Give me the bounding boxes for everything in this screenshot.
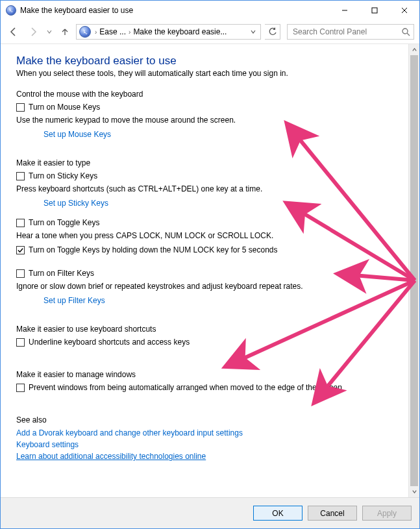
checkbox-icon[interactable] bbox=[16, 219, 25, 227]
scroll-thumb[interactable] bbox=[410, 55, 418, 486]
apply-button[interactable]: Apply bbox=[362, 506, 412, 521]
breadcrumb-item[interactable]: Ease ... bbox=[99, 27, 126, 36]
scroll-down-button[interactable] bbox=[409, 486, 419, 497]
checkbox-icon[interactable] bbox=[16, 246, 25, 254]
cancel-button[interactable]: Cancel bbox=[308, 506, 357, 521]
checkbox-icon[interactable] bbox=[16, 172, 25, 180]
checkbox-underline-shortcuts[interactable]: Underline keyboard shortcuts and access … bbox=[16, 338, 393, 347]
breadcrumb-separator: › bbox=[92, 29, 99, 36]
link-accessibility-online[interactable]: Learn about additional accessibility tec… bbox=[16, 452, 393, 461]
link-setup-sticky-keys[interactable]: Set up Sticky Keys bbox=[43, 199, 393, 208]
address-dropdown-button[interactable] bbox=[247, 29, 259, 35]
checkbox-icon[interactable] bbox=[16, 338, 25, 347]
checkbox-label: Turn on Filter Keys bbox=[29, 269, 94, 278]
breadcrumb-item[interactable]: Make the keyboard easie... bbox=[133, 27, 247, 36]
ease-of-access-icon bbox=[6, 5, 16, 16]
checkbox-icon[interactable] bbox=[16, 269, 25, 278]
titlebar: Make the keyboard easier to use bbox=[1, 1, 419, 20]
checkbox-filter-keys[interactable]: Turn on Filter Keys bbox=[16, 269, 393, 278]
checkbox-label: Turn on Sticky Keys bbox=[29, 171, 97, 180]
group-title-type: Make it easier to type bbox=[16, 158, 393, 167]
address-bar[interactable]: › Ease ... › Make the keyboard easie... bbox=[76, 24, 261, 40]
checkbox-toggle-keys-numlock[interactable]: Turn on Toggle Keys by holding down the … bbox=[16, 245, 393, 254]
scroll-up-button[interactable] bbox=[409, 44, 419, 55]
ok-button[interactable]: OK bbox=[253, 506, 303, 521]
sticky-keys-description: Press keyboard shortcuts (such as CTRL+A… bbox=[16, 184, 393, 193]
content-area: Make the keyboard easier to use When you… bbox=[1, 44, 408, 497]
search-icon[interactable] bbox=[401, 28, 411, 36]
link-setup-mouse-keys[interactable]: Set up Mouse Keys bbox=[43, 130, 393, 139]
forward-button[interactable] bbox=[25, 24, 41, 40]
checkbox-sticky-keys[interactable]: Turn on Sticky Keys bbox=[16, 171, 393, 180]
checkbox-prevent-window-arrange[interactable]: Prevent windows from being automatically… bbox=[16, 383, 393, 392]
breadcrumb-separator: › bbox=[126, 29, 133, 36]
svg-point-2 bbox=[83, 30, 84, 31]
checkbox-label: Underline keyboard shortcuts and access … bbox=[29, 338, 190, 347]
close-button[interactable] bbox=[389, 1, 419, 20]
filter-keys-description: Ignore or slow down brief or repeated ke… bbox=[16, 282, 393, 291]
mouse-keys-description: Use the numeric keypad to move the mouse… bbox=[16, 116, 393, 125]
dialog-footer: OK Cancel Apply bbox=[1, 497, 419, 528]
checkbox-toggle-keys[interactable]: Turn on Toggle Keys bbox=[16, 218, 393, 227]
see-also-title: See also bbox=[16, 415, 393, 424]
search-input[interactable] bbox=[291, 27, 401, 37]
link-keyboard-settings[interactable]: Keyboard settings bbox=[16, 440, 393, 449]
refresh-button[interactable] bbox=[265, 24, 280, 40]
toggle-keys-description: Hear a tone when you press CAPS LOCK, NU… bbox=[16, 231, 393, 240]
link-dvorak-keyboard[interactable]: Add a Dvorak keyboard and change other k… bbox=[16, 428, 393, 437]
minimize-button[interactable] bbox=[330, 1, 360, 20]
checkbox-label: Prevent windows from being automatically… bbox=[29, 383, 342, 392]
link-setup-filter-keys[interactable]: Set up Filter Keys bbox=[43, 296, 393, 305]
navigation-bar: › Ease ... › Make the keyboard easie... bbox=[1, 20, 419, 43]
checkbox-icon[interactable] bbox=[16, 384, 25, 392]
group-title-mouse: Control the mouse with the keyboard bbox=[16, 90, 393, 99]
checkbox-label: Turn on Mouse Keys bbox=[29, 103, 100, 112]
checkbox-label: Turn on Toggle Keys bbox=[29, 218, 99, 227]
window-title: Make the keyboard easier to use bbox=[20, 6, 133, 15]
checkbox-icon[interactable] bbox=[16, 103, 25, 112]
page-subtitle: When you select these tools, they will a… bbox=[16, 69, 393, 78]
up-button[interactable] bbox=[58, 27, 72, 36]
group-title-windows: Make it easier to manage windows bbox=[16, 370, 393, 379]
checkbox-label: Turn on Toggle Keys by holding down the … bbox=[29, 245, 278, 254]
recent-locations-button[interactable] bbox=[45, 29, 54, 35]
maximize-button[interactable] bbox=[360, 1, 389, 20]
back-button[interactable] bbox=[6, 24, 21, 40]
svg-rect-1 bbox=[372, 8, 377, 13]
group-title-shortcuts: Make it easier to use keyboard shortcuts bbox=[16, 325, 393, 334]
svg-point-0 bbox=[10, 9, 11, 10]
svg-point-3 bbox=[402, 29, 408, 34]
page-title: Make the keyboard easier to use bbox=[16, 55, 393, 68]
ease-of-access-icon bbox=[79, 26, 91, 38]
checkbox-mouse-keys[interactable]: Turn on Mouse Keys bbox=[16, 103, 393, 112]
search-box[interactable] bbox=[287, 24, 414, 40]
vertical-scrollbar[interactable] bbox=[408, 44, 419, 497]
